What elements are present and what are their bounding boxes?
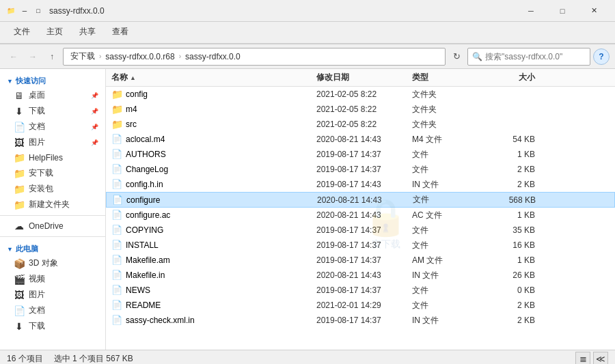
sidebar-item-pictures-pc[interactable]: 🖼 图片 [0,287,105,303]
sidebar-item-pictures[interactable]: 🖼 图片 📌 [0,135,105,150]
table-row[interactable]: 📄 README 2021-02-01 14:29 文件 2 KB [106,298,615,313]
file-name-text: Makefile.in [126,270,165,280]
sidebar-item-helpfiles[interactable]: 📁 HelpFiles [0,150,105,165]
file-cell-name: 📄 sassy-check.xml.in [111,315,316,326]
refresh-button[interactable]: ↻ [448,48,465,65]
file-cell-size: 2 KB [480,165,535,174]
breadcrumb-downloads[interactable]: 安下载 [68,49,98,64]
col-header-name[interactable]: 名称 ▲ [111,72,316,83]
helpfiles-icon: 📁 [14,152,25,163]
sidebar-divider-1 [0,215,105,216]
help-button[interactable]: ? [593,48,610,65]
file-cell-date: 2019-08-17 14:37 [316,225,412,235]
file-cell-type: M4 文件 [412,134,480,145]
sidebar-item-new-folder[interactable]: 📁 新建文件夹 [0,197,105,212]
table-row[interactable]: 📁 config 2021-02-05 8:22 文件夹 [106,87,615,102]
sidebar-item-3d[interactable]: 📦 3D 对象 [0,255,105,271]
3d-icon: 📦 [14,258,25,269]
file-name-text: configure [126,195,160,205]
table-row[interactable]: 📄 configure 2020-08-21 14:43 文件 568 KB [106,192,615,208]
search-bar[interactable]: 🔍 [467,48,590,66]
breadcrumb-current[interactable]: sassy-rdfxx.0.0 [182,51,243,63]
file-cell-type: 文件 [412,225,480,236]
table-row[interactable]: 📄 ChangeLog 2019-08-17 14:37 文件 2 KB [106,162,615,177]
sidebar-item-video[interactable]: 🎬 视频 [0,271,105,287]
file-cell-size: 1 KB [480,150,535,159]
table-row[interactable]: 📄 config.h.in 2019-08-17 14:43 IN 文件 2 K… [106,177,615,192]
new-folder-icon: 📁 [14,199,25,210]
system-icon-restore-small: □ [33,5,44,16]
col-header-size[interactable]: 大小 [480,72,535,83]
file-name-text: configure.ac [126,210,170,220]
file-name-text: aclocal.m4 [126,135,165,144]
file-name-text: config [126,89,148,99]
table-row[interactable]: 📁 src 2021-02-05 8:22 文件夹 [106,117,615,132]
col-header-date[interactable]: 修改日期 [316,72,412,83]
status-item-count: 16 个项目 [7,353,43,364]
forward-button[interactable]: → [25,48,41,65]
file-cell-date: 2021-02-05 8:22 [316,104,412,114]
file-cell-date: 2019-08-17 14:37 [316,165,412,174]
file-cell-name: 📄 ChangeLog [111,164,316,175]
sidebar-item-downloads[interactable]: ⬇ 下载 📌 [0,103,105,119]
tab-share[interactable]: 共享 [71,22,104,43]
sidebar-item-onedrive[interactable]: ☁ OneDrive [0,219,105,234]
sidebar-item-docs-pc[interactable]: 📄 文档 [0,303,105,318]
folder-icon: 📁 [111,119,122,130]
sidebar-item-an-downloads[interactable]: 📁 安下载 [0,165,105,181]
file-cell-date: 2020-08-21 14:43 [316,210,412,220]
status-selected-info: 选中 1 个项目 567 KB [54,353,133,364]
minimize-button[interactable]: ─ [515,0,547,22]
table-row[interactable]: 📄 sassy-check.xml.in 2019-08-17 14:37 IN… [106,313,615,328]
view-details-button[interactable]: ≣ [575,352,590,365]
sidebar-item-downloads-pc[interactable]: ⬇ 下载 [0,318,105,334]
search-input[interactable] [485,52,586,61]
desktop-icon: 🖥 [14,90,25,101]
back-button[interactable]: ← [5,48,22,65]
file-cell-type: IN 文件 [412,179,480,191]
file-cell-date: 2019-08-17 14:37 [316,255,412,265]
maximize-button[interactable]: □ [547,0,578,22]
file-rows-container: 📁 config 2021-02-05 8:22 文件夹 📁 m4 2021-0… [106,87,615,328]
table-row[interactable]: 📄 INSTALL 2019-08-17 14:37 文件 16 KB [106,238,615,253]
table-row[interactable]: 📄 COPYING 2019-08-17 14:37 文件 35 KB [106,223,615,238]
sidebar-item-install-pkg[interactable]: 📁 安装包 [0,181,105,197]
table-row[interactable]: 📁 m4 2021-02-05 8:22 文件夹 [106,102,615,117]
docs-pc-icon: 📄 [14,305,25,316]
table-row[interactable]: 📄 configure.ac 2020-08-21 14:43 AC 文件 1 … [106,208,615,223]
up-button[interactable]: ↑ [44,48,60,65]
breadcrumb-bar: 安下载 › sassy-rdfxx.0.0.r68 › sassy-rdfxx.… [63,48,446,66]
file-cell-name: 📄 Makefile.in [111,270,316,281]
file-cell-type: 文件夹 [412,89,480,100]
file-cell-name: 📄 COPYING [111,225,316,236]
tab-view[interactable]: 查看 [104,22,137,43]
table-row[interactable]: 📄 NEWS 2019-08-17 14:37 文件 0 KB [106,283,615,298]
file-cell-type: IN 文件 [412,270,480,281]
file-icon: 📄 [111,270,122,281]
file-cell-type: 文件夹 [412,119,480,130]
pin-icon-pictures: 📌 [91,139,98,146]
file-cell-size: 568 KB [481,195,536,205]
sidebar-divider-2 [0,236,105,237]
sidebar-item-docs[interactable]: 📄 文档 📌 [0,119,105,135]
tab-file[interactable]: 文件 [5,22,38,43]
this-pc-title: ▼ 此电脑 [0,240,105,255]
table-row[interactable]: 📄 aclocal.m4 2020-08-21 14:43 M4 文件 54 K… [106,132,615,147]
file-cell-date: 2019-08-17 14:43 [316,180,412,189]
file-icon: 📄 [111,179,122,190]
breadcrumb-r68[interactable]: sassy-rdfxx.0.0.r68 [102,51,177,63]
file-cell-name: 📄 INSTALL [111,240,316,251]
file-icon: 📄 [111,225,122,236]
sidebar-item-desktop[interactable]: 🖥 桌面 📌 [0,87,105,103]
file-cell-size: 1 KB [480,210,535,220]
table-row[interactable]: 📄 Makefile.am 2019-08-17 14:37 AM 文件 1 K… [106,253,615,268]
view-tiles-button[interactable]: ≪ [593,352,608,365]
close-button[interactable]: ✕ [578,0,610,22]
file-cell-name: 📄 configure.ac [111,210,316,221]
col-header-type[interactable]: 类型 [412,72,480,83]
table-row[interactable]: 📄 AUTHORS 2019-08-17 14:37 文件 1 KB [106,147,615,162]
an-downloads-icon: 📁 [14,168,25,179]
tab-home[interactable]: 主页 [38,22,71,43]
table-row[interactable]: 📄 Makefile.in 2020-08-21 14:43 IN 文件 26 … [106,268,615,283]
file-name-text: config.h.in [126,180,163,189]
